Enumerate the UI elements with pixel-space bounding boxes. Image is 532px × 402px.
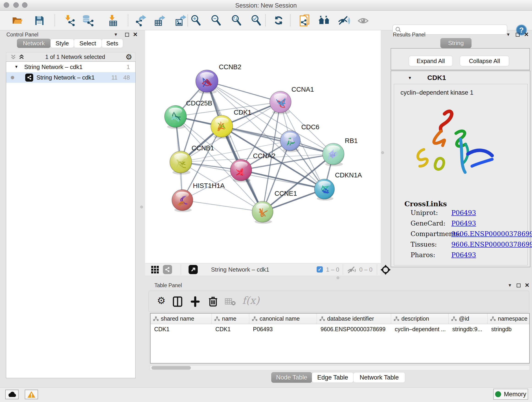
node-label-CCNA2: CCNA2 <box>253 152 275 160</box>
crosslink-uniprot[interactable]: P06493 <box>451 209 476 217</box>
tab-node-table[interactable]: Node Table <box>271 372 312 383</box>
expand-all-chevron-icon[interactable] <box>18 54 25 60</box>
collapse-all-chevron-icon[interactable] <box>10 54 17 60</box>
import-table-file-button[interactable] <box>106 13 119 27</box>
horizontal-splitter-handle[interactable] <box>336 276 339 279</box>
open-session-button[interactable] <box>11 13 23 27</box>
tree-expand-caret-icon[interactable]: ▼ <box>14 65 18 69</box>
panel-close-icon[interactable]: ✕ <box>133 32 138 37</box>
network-node-CDKN1A[interactable] <box>314 179 335 201</box>
column-header-description[interactable]: description <box>391 313 449 324</box>
panel-menu-caret-icon[interactable]: ▼ <box>114 32 118 37</box>
network-node-RB1[interactable] <box>323 143 344 166</box>
network-canvas[interactable]: CDK1CCNB1CCNB2CCNA1CCNA2CCNE1CDC6CDC25BR… <box>145 30 381 263</box>
add-column-icon[interactable] <box>190 296 201 307</box>
crosslink-tissues[interactable]: 9606.ENSP00000378699 <box>451 241 532 248</box>
zoom-out-button[interactable] <box>210 13 222 27</box>
table-options-gear-icon[interactable]: ⚙ <box>157 295 166 306</box>
network-node-HIST1H1A[interactable] <box>172 190 193 212</box>
network-node-CCNA2[interactable] <box>230 159 252 182</box>
column-header-canonicalname[interactable]: canonical name <box>249 313 317 324</box>
table-cell[interactable]: cyclin–dependent ... <box>391 324 449 334</box>
table-cell[interactable]: 9606.ENSP00000378699 <box>317 324 391 334</box>
network-node-CCNE1[interactable] <box>252 201 273 224</box>
tab-select[interactable]: Select <box>74 39 102 48</box>
import-network-file-button[interactable] <box>63 13 75 27</box>
panel-menu-caret-icon[interactable]: ▼ <box>506 32 510 37</box>
zoom-selected-button[interactable] <box>250 13 263 27</box>
column-header-databaseidentifier[interactable]: database identifier <box>317 313 391 324</box>
table-horizontal-scrollbar[interactable] <box>150 365 530 370</box>
panel-float-icon[interactable] <box>125 33 129 37</box>
network-graph[interactable]: CDK1CCNB1CCNB2CCNA1CCNA2CCNE1CDC6CDC25BR… <box>145 30 381 263</box>
tab-string[interactable]: String <box>440 38 472 48</box>
crosslink-genecard[interactable]: P06493 <box>451 220 476 227</box>
grid-view-icon[interactable] <box>151 265 160 274</box>
column-header-id[interactable]: @id <box>449 313 488 324</box>
left-splitter-handle[interactable] <box>140 206 143 208</box>
delete-column-trash-icon[interactable] <box>208 296 218 307</box>
network-badge-icon[interactable] <box>163 265 172 274</box>
gene-collapse-caret-icon[interactable]: ▼ <box>408 76 412 80</box>
table-row[interactable]: CDK1CDK1P064939606.ENSP00000378699cyclin… <box>151 324 529 334</box>
warnings-button[interactable] <box>25 390 38 399</box>
tab-style[interactable]: Style <box>51 39 74 48</box>
first-neighbors-button[interactable] <box>318 13 331 27</box>
column-header-sharedname[interactable]: shared name <box>151 313 212 324</box>
network-options-gear-icon[interactable]: ⚙ <box>125 52 132 61</box>
cloud-status-button[interactable] <box>5 390 19 399</box>
gene-details: cyclin–dependent kinase 1 CrossLinks Uni… <box>394 84 528 265</box>
panel-float-icon[interactable] <box>516 33 520 37</box>
save-session-button[interactable] <box>33 13 46 27</box>
export-image-button[interactable] <box>174 13 187 27</box>
table-cell[interactable]: stringdb:9... <box>449 324 488 334</box>
network-collection-row[interactable]: ▼ String Network – cdk1 1 <box>6 62 135 72</box>
column-header-namespace[interactable]: namespace <box>488 313 530 324</box>
network-node-CDC6[interactable] <box>280 131 300 152</box>
show-columns-icon[interactable] <box>172 296 183 307</box>
table-cell[interactable]: CDK1 <box>151 324 212 334</box>
export-network-button[interactable] <box>135 13 147 27</box>
panel-menu-caret-icon[interactable]: ▼ <box>508 283 512 288</box>
expand-all-button[interactable]: Expand All <box>409 56 453 66</box>
export-table-button[interactable] <box>153 13 166 27</box>
import-network-database-button[interactable] <box>81 13 94 27</box>
network-node-CCNB1[interactable] <box>170 151 192 175</box>
panel-close-icon[interactable]: ✕ <box>524 32 529 37</box>
network-node-CDK1[interactable] <box>211 115 233 139</box>
zoom-fit-button[interactable] <box>230 13 243 27</box>
refresh-view-button[interactable] <box>272 13 285 27</box>
node-table[interactable]: shared namenamecanonical namedatabase id… <box>150 313 530 364</box>
refresh-icon <box>273 14 285 26</box>
collapse-all-button[interactable]: Collapse All <box>460 56 509 66</box>
scrollbar-thumb[interactable] <box>152 366 191 370</box>
delete-table-icon[interactable] <box>225 298 237 306</box>
crosslinks-title: CrossLinks <box>404 200 447 208</box>
network-node-CDC25B[interactable] <box>165 105 186 129</box>
open-in-window-icon[interactable] <box>189 265 198 274</box>
tab-network[interactable]: Network <box>17 39 51 48</box>
table-cell[interactable]: P06493 <box>249 324 317 334</box>
crosslink-compartments[interactable]: 9606.ENSP00000378699 <box>451 230 532 238</box>
table-cell[interactable]: stringdb <box>488 324 530 334</box>
tab-sets[interactable]: Sets <box>101 39 123 48</box>
zoom-in-button[interactable] <box>190 13 202 27</box>
selected-checkbox[interactable]: ✓ <box>317 266 323 273</box>
table-cell[interactable]: CDK1 <box>212 324 249 334</box>
memory-button[interactable]: Memory <box>493 389 528 400</box>
panel-close-icon[interactable]: ✕ <box>525 282 530 288</box>
clone-network-button[interactable] <box>298 13 311 27</box>
hide-selected-button[interactable] <box>337 13 350 27</box>
right-splitter-handle[interactable] <box>381 151 384 154</box>
panel-float-icon[interactable] <box>517 283 520 287</box>
hidden-eye-slash-icon[interactable] <box>347 266 357 274</box>
crosslink-pharos[interactable]: P06493 <box>451 251 476 259</box>
tab-edge-table[interactable]: Edge Table <box>312 372 354 383</box>
network-row-selected[interactable]: String Network – cdk1 11 48 <box>6 72 135 83</box>
function-builder-icon[interactable]: f(x) <box>242 294 259 306</box>
tab-network-table[interactable]: Network Table <box>353 372 405 383</box>
column-header-name[interactable]: name <box>212 313 249 324</box>
show-all-button[interactable] <box>357 13 370 27</box>
network-node-CCNA1[interactable] <box>270 91 291 114</box>
cloud-icon <box>7 391 17 398</box>
